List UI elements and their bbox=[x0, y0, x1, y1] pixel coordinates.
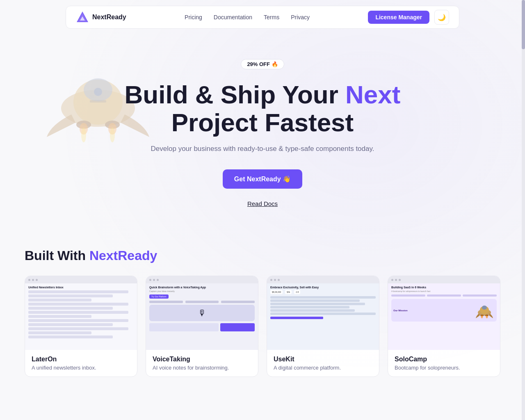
voicetaking-card-desc: AI voice notes for brainstorming. bbox=[153, 365, 251, 371]
solocamp-card-name: SoloCamp bbox=[395, 356, 493, 363]
uk-stat-3: 2.8 bbox=[294, 290, 300, 294]
hero-title-part1: Build & Ship Your bbox=[125, 80, 345, 109]
uk-table-row-5 bbox=[270, 309, 355, 312]
project-card-lateron: Unified Newsletters Inbox bbox=[25, 276, 137, 377]
license-manager-button[interactable]: License Manager bbox=[368, 11, 429, 24]
sc-feat-2 bbox=[427, 294, 461, 297]
hero-title-highlight: Next bbox=[345, 80, 400, 109]
usekit-card-info: UseKit A digital commerce platform. bbox=[267, 350, 379, 377]
nav-link-documentation[interactable]: Documentation bbox=[214, 14, 252, 21]
hero-section: 29% OFF 🔥 Build & Ship Your Next Project… bbox=[0, 34, 525, 224]
vt-feature-bar-1 bbox=[149, 301, 183, 303]
navbar-brand: NextReady bbox=[76, 11, 126, 24]
project-card-solocamp: Building SaaS in 6 Weeks A bootcamp for … bbox=[388, 276, 500, 377]
vt-feature-bar-2 bbox=[185, 301, 219, 303]
lateron-row-1 bbox=[28, 290, 128, 293]
lateron-row-6 bbox=[28, 311, 128, 314]
sc-feat-1 bbox=[391, 294, 425, 297]
sc-mock-title: Building SaaS in 6 Weeks bbox=[391, 286, 497, 289]
project-card-voicetaking: Quick Brainstorm with a VoiceTaking App … bbox=[146, 276, 258, 377]
solocamp-mock-content: Building SaaS in 6 Weeks A bootcamp for … bbox=[388, 283, 500, 350]
projects-grid: Unified Newsletters Inbox bbox=[25, 276, 500, 377]
scrollbar-track[interactable] bbox=[522, 0, 525, 420]
card-image-usekit: Embrace Exclusivity, Sell with Easy $8,0… bbox=[267, 276, 379, 350]
uk-mock-dot-1 bbox=[270, 279, 272, 281]
lateron-row-10 bbox=[28, 327, 128, 330]
vt-mock-title: Quick Brainstorm with a VoiceTaking App bbox=[149, 286, 255, 289]
uk-mock-browser-bar bbox=[267, 276, 379, 283]
vt-mock-dot-3 bbox=[157, 279, 159, 281]
lateron-card-desc: A unified newsletters inbox. bbox=[32, 365, 130, 371]
section-title-highlight: NextReady bbox=[89, 248, 157, 263]
usekit-card-desc: A digital commerce platform. bbox=[274, 365, 372, 371]
sc-mock-dot-3 bbox=[399, 279, 401, 281]
vt-mic-icon: 🎙 bbox=[149, 305, 255, 321]
vt-btn-row: Try Our Platform bbox=[149, 294, 255, 299]
section-title-plain: Built With bbox=[25, 248, 89, 263]
nav-link-pricing[interactable]: Pricing bbox=[185, 14, 202, 21]
lateron-mock-rows bbox=[28, 290, 134, 338]
vt-bottom-right bbox=[220, 323, 255, 331]
usekit-mock-content: Embrace Exclusivity, Sell with Easy $8,0… bbox=[267, 283, 379, 350]
navbar-right: License Manager 🌙 bbox=[368, 10, 449, 25]
section-title: Built With NextReady bbox=[25, 248, 500, 263]
vt-mock-dot-1 bbox=[149, 279, 151, 281]
lateron-row-9 bbox=[28, 323, 113, 326]
uk-mock-dot-3 bbox=[278, 279, 280, 281]
vt-mock-sub: Capture your ideas instantly bbox=[149, 290, 255, 292]
lateron-row-3 bbox=[28, 299, 91, 301]
mock-browser-bar bbox=[25, 276, 137, 283]
hero-title-part2: Project Fastest bbox=[171, 108, 354, 137]
sc-feature-row bbox=[391, 294, 497, 297]
voicetaking-card-name: VoiceTaking bbox=[153, 356, 251, 363]
mock-dot-1 bbox=[28, 279, 30, 281]
nav-link-terms[interactable]: Terms bbox=[264, 14, 279, 21]
theme-toggle-button[interactable]: 🌙 bbox=[434, 10, 449, 25]
vt-mock-dot-2 bbox=[153, 279, 155, 281]
vt-feature-row bbox=[149, 301, 255, 303]
sc-mock-dot-2 bbox=[395, 279, 397, 281]
solocamp-spaceship-icon bbox=[474, 301, 495, 320]
sc-feat-3 bbox=[463, 294, 497, 297]
lateron-card-name: LaterOn bbox=[32, 356, 130, 363]
navbar: NextReady Pricing Documentation Terms Pr… bbox=[66, 6, 459, 29]
discount-badge: 29% OFF 🔥 bbox=[241, 59, 284, 69]
read-docs-link[interactable]: Read Docs bbox=[8, 200, 517, 207]
sc-mock-dot-1 bbox=[391, 279, 393, 281]
usekit-card-name: UseKit bbox=[274, 356, 372, 363]
voicetaking-card-info: VoiceTaking AI voice notes for brainstor… bbox=[146, 350, 258, 377]
vt-mock-browser-bar bbox=[146, 276, 258, 283]
lateron-row-8 bbox=[28, 319, 128, 322]
card-image-lateron: Unified Newsletters Inbox bbox=[25, 276, 137, 350]
uk-table-row-4 bbox=[270, 306, 349, 308]
nav-link-privacy[interactable]: Privacy bbox=[291, 14, 310, 21]
uk-stats-row: $8,06,000 $4k 2.8 bbox=[270, 290, 376, 294]
uk-action-bar bbox=[270, 317, 323, 319]
get-nextready-button[interactable]: Get NextReady 👋 bbox=[223, 169, 302, 189]
navbar-links: Pricing Documentation Terms Privacy bbox=[185, 14, 310, 21]
lateron-card-info: LaterOn A unified newsletters inbox. bbox=[25, 350, 137, 377]
lateron-row-7 bbox=[28, 315, 91, 318]
lateron-row-11 bbox=[28, 331, 91, 334]
scrollbar-thumb[interactable] bbox=[522, 0, 525, 49]
lateron-mock-content: Unified Newsletters Inbox bbox=[25, 283, 137, 350]
sc-mock-browser-bar bbox=[388, 276, 500, 283]
svg-point-19 bbox=[481, 315, 483, 318]
svg-point-16 bbox=[482, 306, 487, 310]
mock-dot-3 bbox=[36, 279, 38, 281]
uk-mock-title: Embrace Exclusivity, Sell with Easy bbox=[270, 286, 376, 289]
uk-table-row-1 bbox=[270, 296, 376, 299]
voicetaking-mock-content: Quick Brainstorm with a VoiceTaking App … bbox=[146, 283, 258, 350]
mock-dot-2 bbox=[32, 279, 34, 281]
uk-table-row-3 bbox=[270, 303, 365, 305]
vt-feature-bar-3 bbox=[221, 301, 255, 303]
lateron-row-5 bbox=[28, 307, 113, 310]
lateron-row-4 bbox=[28, 303, 128, 306]
lateron-mock-title: Unified Newsletters Inbox bbox=[28, 286, 134, 289]
card-image-voicetaking: Quick Brainstorm with a VoiceTaking App … bbox=[146, 276, 258, 350]
solocamp-card-info: SoloCamp Bootcamp for solopreneurs. bbox=[388, 350, 500, 377]
hero-subtitle: Develop your business with ready-to-use … bbox=[144, 145, 381, 153]
svg-point-20 bbox=[486, 315, 488, 318]
lateron-row-2 bbox=[28, 294, 113, 297]
hero-content: 29% OFF 🔥 Build & Ship Your Next Project… bbox=[8, 59, 517, 207]
